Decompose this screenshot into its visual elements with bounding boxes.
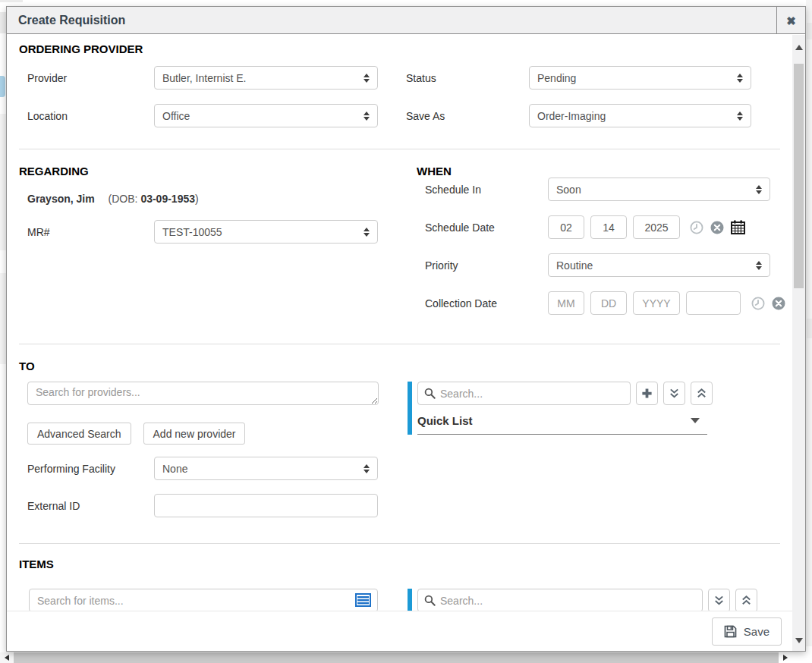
mr-label: MR# [19, 226, 154, 238]
status-select[interactable]: Pending [529, 66, 751, 90]
select-arrows-icon [737, 112, 743, 121]
dialog-header: Create Requisition ✖ [7, 7, 805, 34]
double-chevron-down-icon [669, 388, 680, 399]
collapse-all-button[interactable] [735, 589, 757, 612]
to-section: Advanced Search Add new provider Perform… [19, 382, 780, 517]
scrollbar-up-arrow[interactable] [792, 41, 805, 53]
section-divider [19, 344, 780, 344]
caret-down-icon [691, 418, 700, 423]
add-provider-list-button[interactable] [636, 382, 658, 405]
collection-date-label: Collection Date [425, 297, 548, 310]
performing-facility-select[interactable]: None [154, 457, 378, 480]
external-id-input[interactable] [154, 494, 378, 517]
arrow-left-icon [5, 655, 9, 661]
dob-label: (DOB: [109, 193, 138, 205]
schedule-year-input[interactable] [633, 215, 680, 239]
expand-all-button[interactable] [663, 382, 685, 405]
provider-label: Provider [19, 72, 154, 84]
background-page-fragment [0, 273, 6, 364]
double-chevron-down-icon [713, 595, 725, 606]
item-list-icon[interactable] [355, 593, 371, 610]
priority-row: Priority Routine [425, 253, 792, 277]
close-icon: ✖ [786, 15, 796, 27]
to-quick-search [417, 382, 631, 405]
select-arrows-icon [756, 261, 762, 270]
schedule-in-row: Schedule In Soon [425, 178, 792, 201]
schedule-day-input[interactable] [590, 215, 627, 239]
schedule-date-label: Schedule Date [425, 222, 548, 234]
vertical-scrollbar[interactable] [792, 35, 805, 651]
dialog-title: Create Requisition [7, 7, 776, 33]
quick-panel-accent-bar [408, 589, 412, 612]
location-select[interactable]: Office [154, 104, 378, 127]
collapse-all-button[interactable] [691, 382, 713, 405]
select-arrows-icon [364, 228, 370, 237]
horizontal-scrollbar-track[interactable] [14, 652, 779, 663]
arrow-up-icon [795, 45, 803, 50]
section-heading-items: ITEMS [19, 558, 780, 570]
add-new-provider-button[interactable]: Add new provider [143, 423, 246, 445]
to-quick-search-input[interactable] [440, 388, 624, 400]
location-label: Location [19, 110, 154, 122]
clear-date-icon[interactable] [710, 221, 724, 234]
scrollbar-down-arrow[interactable] [792, 634, 805, 646]
save-button[interactable]: Save [712, 617, 782, 646]
collection-month-input[interactable] [548, 291, 584, 315]
horizontal-scrollbar-left-arrow[interactable] [0, 652, 14, 663]
to-quick-panel: Quick List [408, 382, 713, 435]
items-quick-search [417, 589, 703, 612]
save-as-select[interactable]: Order-Imaging [529, 104, 751, 127]
quick-panel-accent-bar [408, 382, 412, 435]
quick-list-header[interactable]: Quick List [417, 405, 707, 435]
regarding-when-section: REGARDING Grayson, Jim (DOB: 03-09-1953)… [19, 165, 780, 315]
ordering-provider-grid: Provider Butler, Internist E. Status Pen… [19, 66, 780, 127]
section-divider [19, 543, 780, 544]
provider-select[interactable]: Butler, Internist E. [154, 66, 378, 90]
select-arrows-icon [364, 464, 370, 473]
close-button[interactable]: ✖ [776, 7, 805, 34]
screen: Create Requisition ✖ ORDERING PROVIDER P… [0, 0, 812, 663]
when-column: WHEN Schedule In Soon Schedule Date [408, 165, 792, 315]
select-arrows-icon [364, 74, 370, 83]
background-page-fragment [0, 12, 6, 33]
collection-time-input[interactable] [686, 291, 741, 315]
scrollbar-thumb[interactable] [794, 64, 804, 288]
status-label: Status [406, 72, 529, 84]
to-left-column: Advanced Search Add new provider Perform… [19, 382, 379, 517]
horizontal-scrollbar-right-arrow[interactable] [779, 652, 792, 663]
calendar-icon[interactable] [731, 220, 745, 234]
search-icon [424, 388, 436, 399]
mr-row: MR# TEST-10055 [19, 220, 408, 244]
double-chevron-up-icon [696, 388, 707, 399]
clock-icon[interactable] [690, 221, 703, 234]
select-arrows-icon [737, 74, 743, 83]
items-quick-search-input[interactable] [440, 595, 696, 607]
section-heading-to: TO [19, 360, 780, 372]
section-divider [19, 149, 780, 149]
items-section [19, 589, 780, 612]
section-heading-ordering-provider: ORDERING PROVIDER [19, 42, 780, 55]
double-chevron-up-icon [741, 595, 752, 606]
collection-day-input[interactable] [590, 291, 627, 315]
collection-year-input[interactable] [633, 291, 680, 315]
priority-select[interactable]: Routine [548, 253, 770, 277]
provider-search-input[interactable] [27, 382, 379, 405]
background-page-fragment [0, 76, 5, 97]
save-as-label: Save As [406, 110, 529, 122]
schedule-in-select[interactable]: Soon [548, 178, 770, 201]
clock-icon[interactable] [751, 297, 765, 310]
expand-all-button[interactable] [708, 589, 730, 612]
dob-value: 03-09-1953 [140, 193, 195, 205]
quick-list-label: Quick List [417, 414, 473, 427]
advanced-search-button[interactable]: Advanced Search [27, 423, 131, 445]
clear-date-icon[interactable] [772, 297, 785, 310]
item-search-input[interactable] [29, 589, 378, 612]
schedule-month-input[interactable] [548, 215, 584, 239]
regarding-column: REGARDING Grayson, Jim (DOB: 03-09-1953)… [19, 165, 408, 244]
items-quick-panel [408, 589, 757, 612]
mr-select[interactable]: TEST-10055 [154, 220, 378, 244]
collection-date-row: Collection Date [425, 291, 792, 315]
performing-facility-label: Performing Facility [27, 463, 154, 475]
schedule-date-row: Schedule Date [425, 215, 792, 239]
patient-line: Grayson, Jim (DOB: 03-09-1953) [19, 193, 408, 205]
